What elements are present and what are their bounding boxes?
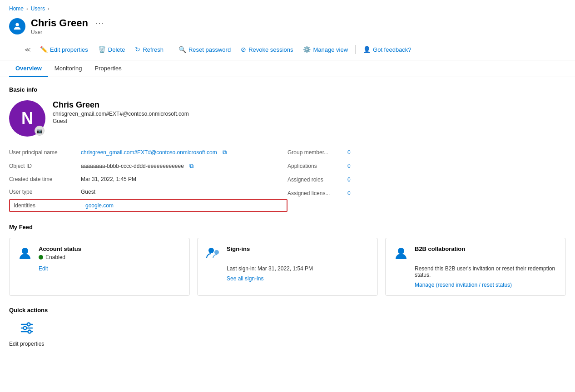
profile-type: Guest xyxy=(53,118,189,124)
refresh-button[interactable]: ↻ Refresh xyxy=(130,44,168,55)
svg-point-1 xyxy=(22,248,28,254)
info-row-created: Created date time Mar 31, 2022, 1:45 PM xyxy=(9,173,288,186)
info-row-usertype: User type Guest xyxy=(9,186,288,198)
upn-copy-icon[interactable]: ⧉ xyxy=(223,149,227,156)
info-right: Group member... 0 Applications 0 Assigne… xyxy=(288,146,566,213)
user-profile: N 📷 Chris Green chrisgreen_gmail.com#EXT… xyxy=(9,100,566,137)
assigned-licenses-value[interactable]: 0 xyxy=(347,190,351,196)
svg-point-4 xyxy=(398,248,404,254)
account-status-edit-link[interactable]: Edit xyxy=(17,265,182,272)
see-all-sign-ins-link[interactable]: See all sign-ins xyxy=(205,275,370,282)
toolbar: ≪ ✏️ Edit properties 🗑️ Delete ↻ Refresh… xyxy=(0,41,575,60)
quick-actions-section: Quick actions Edit properties xyxy=(9,307,566,347)
basic-info-title: Basic info xyxy=(9,86,566,93)
b2b-body: Resend this B2B user's invitation or res… xyxy=(393,265,558,278)
feedback-icon: 👤 xyxy=(363,46,371,53)
tabs: Overview Monitoring Properties xyxy=(0,60,575,77)
collapse-button[interactable]: ≪ xyxy=(21,44,35,55)
avatar-camera-button[interactable]: 📷 xyxy=(35,126,45,136)
tab-monitoring[interactable]: Monitoring xyxy=(48,60,89,77)
user-header-info: Chris Green User xyxy=(31,17,88,35)
basic-info-section: Basic info N 📷 Chris Green chrisgreen_gm… xyxy=(9,86,566,213)
tab-overview[interactable]: Overview xyxy=(9,60,48,77)
user-avatar-large: N 📷 xyxy=(9,100,45,137)
account-status-icon xyxy=(17,245,33,262)
user-avatar-small xyxy=(9,18,25,34)
info-row-objectid: Object ID aaaaaaaa-bbbb-cccc-dddd-eeeeee… xyxy=(9,159,288,173)
svg-point-6 xyxy=(27,323,30,326)
page-container: Home › Users › Chris Green User ⋯ ≪ ✏️ E… xyxy=(0,0,575,392)
b2b-title: B2B collaboration xyxy=(415,245,465,252)
sign-ins-icon xyxy=(205,245,221,262)
feed-title: My Feed xyxy=(9,224,566,230)
reset-password-button[interactable]: 🔍 Reset password xyxy=(174,44,235,55)
assigned-roles-value[interactable]: 0 xyxy=(347,176,351,183)
upn-label: User principal name xyxy=(9,149,77,156)
profile-name: Chris Green xyxy=(53,100,189,110)
manage-view-button[interactable]: ⚙️ Manage view xyxy=(298,44,352,55)
usertype-label: User type xyxy=(9,189,77,195)
identities-label: Identities xyxy=(14,202,82,209)
sign-ins-card: Sign-ins Last sign-in: Mar 31, 2022, 1:5… xyxy=(197,238,378,296)
b2b-manage-link[interactable]: Manage (resend invitation / reset status… xyxy=(393,282,558,288)
user-header-name: Chris Green xyxy=(31,17,88,29)
b2b-icon xyxy=(393,245,409,262)
info-grid: User principal name chrisgreen_gmail.com… xyxy=(9,146,566,213)
breadcrumb: Home › Users › xyxy=(0,0,575,15)
svg-point-10 xyxy=(28,330,31,333)
got-feedback-button[interactable]: 👤 Got feedback? xyxy=(358,44,416,55)
usertype-value: Guest xyxy=(81,189,95,195)
user-header: Chris Green User ⋯ xyxy=(0,15,575,41)
refresh-icon: ↻ xyxy=(135,46,140,53)
main-content: Basic info N 📷 Chris Green chrisgreen_gm… xyxy=(0,77,575,392)
objectid-value: aaaaaaaa-bbbb-cccc-dddd-eeeeeeeeeeee xyxy=(81,163,184,169)
more-options-button[interactable]: ⋯ xyxy=(95,18,104,28)
quick-action-label: Edit properties xyxy=(9,341,44,347)
edit-properties-button[interactable]: ✏️ Edit properties xyxy=(35,44,93,55)
feed-cards: Account status Enabled Edit xyxy=(9,238,566,296)
profile-email: chrisgreen_gmail.com#EXT#@contoso.onmicr… xyxy=(53,111,189,117)
stat-row-group: Group member... 0 xyxy=(288,146,566,159)
account-status-header: Account status Enabled xyxy=(17,245,182,262)
applications-label: Applications xyxy=(288,163,342,169)
applications-value[interactable]: 0 xyxy=(347,163,351,169)
revoke-sessions-icon: ⊘ xyxy=(241,46,246,53)
account-status-card: Account status Enabled Edit xyxy=(9,238,190,296)
identities-value[interactable]: google.com xyxy=(85,202,114,209)
reset-password-icon: 🔍 xyxy=(178,46,186,53)
sign-ins-header: Sign-ins xyxy=(205,245,370,262)
breadcrumb-home[interactable]: Home xyxy=(9,5,24,12)
created-label: Created date time xyxy=(9,176,77,182)
delete-icon: 🗑️ xyxy=(98,46,106,53)
toolbar-sep-2 xyxy=(355,45,356,54)
user-header-role: User xyxy=(31,29,88,35)
group-member-label: Group member... xyxy=(288,149,342,156)
breadcrumb-users[interactable]: Users xyxy=(31,5,45,12)
upn-value[interactable]: chrisgreen_gmail.com#EXT#@contoso.onmicr… xyxy=(81,149,217,156)
breadcrumb-sep-1: › xyxy=(26,6,28,11)
quick-actions-title: Quick actions xyxy=(9,307,566,314)
group-member-value[interactable]: 0 xyxy=(347,149,351,156)
objectid-label: Object ID xyxy=(9,163,77,169)
stat-row-apps: Applications 0 xyxy=(288,159,566,173)
breadcrumb-sep-2: › xyxy=(48,6,50,11)
quick-action-edit-properties[interactable]: Edit properties xyxy=(9,321,44,347)
svg-point-2 xyxy=(208,248,214,253)
svg-point-3 xyxy=(214,250,219,255)
delete-button[interactable]: 🗑️ Delete xyxy=(94,44,130,55)
info-row-upn: User principal name chrisgreen_gmail.com… xyxy=(9,146,288,159)
b2b-collab-card: B2B collaboration Resend this B2B user's… xyxy=(385,238,566,296)
revoke-sessions-button[interactable]: ⊘ Revoke sessions xyxy=(236,44,297,55)
info-row-identities: Identities google.com xyxy=(9,199,288,212)
info-left: User principal name chrisgreen_gmail.com… xyxy=(9,146,288,213)
sign-ins-title: Sign-ins xyxy=(227,245,250,252)
svg-point-8 xyxy=(23,327,26,330)
tab-properties[interactable]: Properties xyxy=(89,60,128,77)
assigned-licenses-label: Assigned licens... xyxy=(288,190,342,196)
objectid-copy-icon[interactable]: ⧉ xyxy=(189,162,193,170)
stat-row-licenses: Assigned licens... 0 xyxy=(288,186,566,200)
collapse-icon: ≪ xyxy=(25,46,31,53)
feed-section: My Feed Account status xyxy=(9,224,566,296)
sign-ins-body: Last sign-in: Mar 31, 2022, 1:54 PM xyxy=(205,265,370,272)
account-status-title: Account status xyxy=(39,245,81,252)
